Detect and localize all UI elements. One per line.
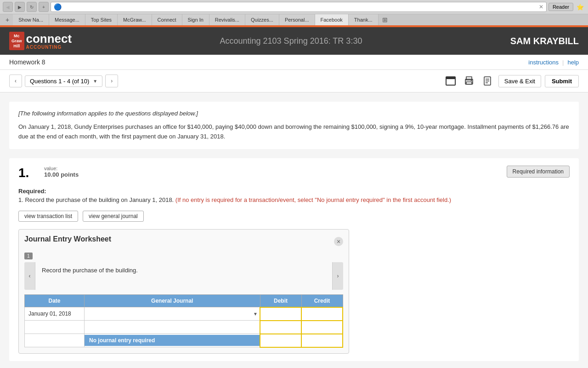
date-cell-2: [25, 321, 85, 334]
tab-mcgraw[interactable]: McGraw...: [118, 14, 152, 25]
journal-dropdown-arrow-1[interactable]: ▼: [251, 311, 260, 316]
debit-cell-1[interactable]: [260, 307, 301, 321]
more-tabs-button[interactable]: ⊞: [379, 14, 391, 25]
debit-input-2[interactable]: [263, 323, 298, 332]
journal-input-wrapper-1: ▼: [85, 309, 260, 319]
credit-cell-2[interactable]: [301, 321, 343, 334]
worksheet-prev-button[interactable]: ‹: [24, 262, 35, 290]
submit-button[interactable]: Submit: [545, 75, 579, 87]
tab-sign-in[interactable]: Sign In: [182, 14, 209, 25]
new-tab-button[interactable]: +: [39, 2, 49, 12]
add-tab-button[interactable]: +: [2, 14, 13, 25]
journal-table: Date General Journal Debit Credit Januar…: [24, 294, 343, 348]
link-separator: |: [562, 59, 564, 66]
close-address-icon[interactable]: ✕: [539, 4, 543, 10]
date-cell-3: [25, 334, 85, 347]
back-button[interactable]: ◀: [3, 2, 13, 12]
credit-cell-1[interactable]: [301, 307, 343, 321]
tab-message[interactable]: Message...: [49, 14, 85, 25]
homework-title: Homework 8: [9, 58, 45, 66]
debit-input-3[interactable]: [263, 336, 298, 345]
tab-thank[interactable]: Thank...: [349, 14, 379, 25]
question-block: 1. value: 10.00 points Required informat…: [9, 158, 579, 361]
journal-input-1[interactable]: [85, 309, 251, 319]
save-exit-button[interactable]: Save & Exit: [498, 75, 541, 87]
dropdown-arrow-icon: ▼: [93, 79, 97, 84]
next-questions-button[interactable]: ›: [105, 75, 118, 87]
nav-bar-left: ‹ Questions 1 - 4 (of 10) ▼ ›: [9, 75, 118, 87]
page-header: Homework 8 instructions | help: [0, 55, 588, 70]
table-row: [25, 321, 343, 334]
value-label: value:: [44, 166, 79, 171]
debit-cell-2[interactable]: [260, 321, 301, 334]
journal-worksheet: Journal Entry Worksheet × 1 ‹ Record the…: [18, 229, 349, 354]
document-icon: [482, 76, 493, 86]
journal-input-2[interactable]: [85, 322, 260, 332]
instruction-text: 1. Record the purchase of the building o…: [18, 196, 174, 203]
tab-connect[interactable]: Connect: [152, 14, 182, 25]
required-info-button[interactable]: Required information: [507, 166, 570, 178]
required-label: Required:: [18, 188, 570, 195]
nav-bar: ‹ Questions 1 - 4 (of 10) ▼ ›: [0, 70, 588, 92]
credit-input-3[interactable]: [305, 336, 339, 345]
context-note: [The following information applies to th…: [18, 109, 570, 119]
connect-wordmark: connect: [26, 33, 72, 45]
mcgraw-hill-logo: McGrawHill: [9, 32, 24, 50]
debit-cell-3[interactable]: [260, 334, 301, 347]
close-worksheet-button[interactable]: ×: [334, 237, 343, 246]
questions-dropdown[interactable]: Questions 1 - 4 (of 10) ▼: [25, 75, 102, 87]
tab-revivalis[interactable]: Revivalis...: [209, 14, 245, 25]
print-icon-button[interactable]: [462, 74, 476, 88]
table-row: January 01, 2018 ▼: [25, 307, 343, 321]
tab-quizzes[interactable]: Quizzes...: [245, 14, 279, 25]
address-input[interactable]: www.facebook.com: [63, 4, 537, 10]
no-journal-cell: No journal entry required: [85, 334, 260, 347]
browser-tabs-wrapper: + Show Na... Message... Top Sites McGraw…: [0, 14, 588, 27]
required-instruction: 1. Record the purchase of the building o…: [18, 196, 570, 203]
prev-questions-button[interactable]: ‹: [9, 75, 22, 87]
journal-worksheet-title: Journal Entry Worksheet: [24, 235, 111, 243]
course-title: Accounting 2103 Spring 2016: TR 3:30: [81, 36, 501, 46]
reader-button[interactable]: Reader: [548, 3, 573, 11]
tab-top-sites[interactable]: Top Sites: [85, 14, 118, 25]
action-buttons: view transaction list view general journ…: [18, 211, 570, 222]
debit-input-1[interactable]: [263, 310, 298, 318]
journal-input-cell-1[interactable]: ▼: [85, 307, 260, 321]
question-text: Required: 1. Record the purchase of the …: [18, 188, 570, 203]
credit-cell-3[interactable]: [301, 334, 343, 347]
view-transaction-list-button[interactable]: view transaction list: [18, 211, 78, 222]
instructions-link[interactable]: instructions: [528, 59, 559, 66]
document-icon-button[interactable]: [480, 74, 495, 88]
credit-input-2[interactable]: [305, 323, 339, 332]
browser-tabs: + Show Na... Message... Top Sites McGraw…: [0, 14, 588, 26]
journal-input-cell-2[interactable]: [85, 321, 260, 334]
required-warning: (If no entry is required for a transacti…: [175, 196, 451, 203]
nav-bar-right: Save & Exit Submit: [443, 74, 579, 88]
date-column-header: Date: [25, 294, 85, 307]
question-number: 1.: [18, 166, 37, 180]
svg-rect-1: [446, 77, 455, 79]
context-info: [The following information applies to th…: [9, 102, 579, 149]
question-header: 1. value: 10.00 points Required informat…: [18, 166, 570, 180]
address-bar[interactable]: 🔵 www.facebook.com ✕: [51, 2, 547, 12]
forward-button[interactable]: ▶: [15, 2, 25, 12]
tab-facebook[interactable]: Facebook: [315, 14, 349, 25]
credit-column-header: Credit: [301, 294, 343, 307]
view-general-journal-button[interactable]: view general journal: [83, 211, 144, 222]
user-name: SAM KRAYBILL: [510, 36, 579, 46]
refresh-button[interactable]: ↻: [27, 2, 37, 12]
help-link[interactable]: help: [567, 59, 579, 66]
svg-point-5: [471, 80, 472, 81]
worksheet-next-button[interactable]: ›: [332, 262, 343, 290]
worksheet-description-row: ‹ Record the purchase of the building. ›: [24, 262, 343, 290]
tab-show-na[interactable]: Show Na...: [13, 14, 49, 25]
journal-input-wrapper-2: [85, 322, 260, 332]
tab-personal[interactable]: Personal...: [279, 14, 315, 25]
view-icon: [445, 76, 456, 86]
bookmark-button[interactable]: ⭐: [575, 2, 585, 12]
connect-logo-text: connect ACCOUNTING: [26, 33, 72, 50]
credit-input-1[interactable]: [305, 310, 339, 318]
points-value: 10.00 points: [44, 171, 79, 178]
view-icon-button[interactable]: [443, 74, 458, 88]
date-cell-1: January 01, 2018: [25, 307, 85, 321]
